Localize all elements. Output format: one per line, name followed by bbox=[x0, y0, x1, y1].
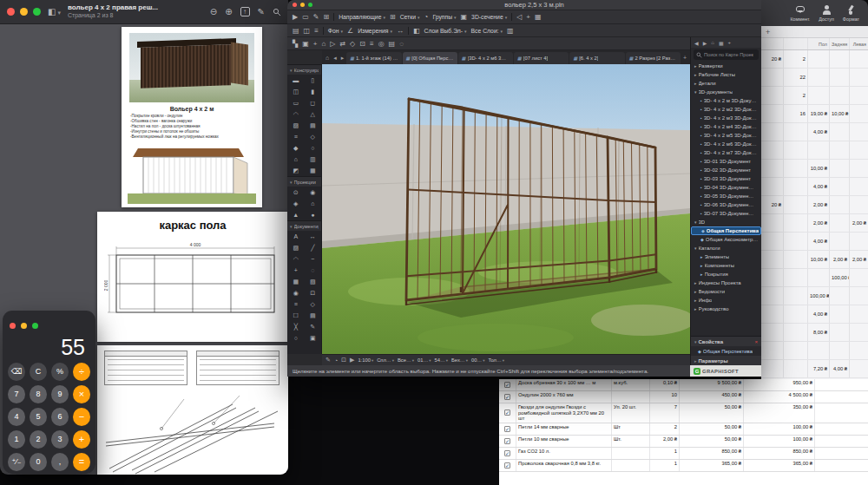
cell[interactable] bbox=[850, 196, 868, 213]
view-tab[interactable]: ▦ [0] Общая Персп… bbox=[403, 52, 457, 64]
calculator-key[interactable]: 5 bbox=[30, 408, 47, 426]
view-tab[interactable]: ▦ 2 Разрез [2 Разрез] bbox=[626, 52, 681, 64]
quick-option-dropdown[interactable]: Все… bbox=[398, 357, 414, 363]
tool-icon[interactable]: ⌂ bbox=[305, 198, 322, 209]
cell[interactable]: 2,00 ₴ bbox=[850, 214, 868, 232]
tool-icon[interactable]: ✎ bbox=[305, 321, 322, 332]
cell[interactable] bbox=[808, 50, 830, 68]
material-total[interactable]: 950,00 ₴ bbox=[744, 379, 815, 390]
nav-back-icon[interactable]: ◀ bbox=[694, 40, 699, 46]
material-row[interactable]: ✓ Доска обрезная 30 х 100 мм … м м.куб. … bbox=[499, 379, 868, 391]
material-price[interactable]: 50,00 ₴ bbox=[680, 403, 744, 423]
cell[interactable]: 100,00 ₴ bbox=[830, 269, 850, 286]
calculator-key[interactable]: % bbox=[51, 363, 69, 381]
tool-icon[interactable]: ◈ bbox=[287, 198, 305, 209]
toolbar-item[interactable] bbox=[408, 27, 409, 35]
tool-icon[interactable]: ▨ bbox=[287, 242, 305, 253]
navigator-item[interactable]: ▾ Каталоги bbox=[691, 244, 761, 252]
cell[interactable]: 4,00 ₴ bbox=[808, 123, 830, 141]
tool-icon[interactable]: ◩ bbox=[287, 165, 305, 176]
cell[interactable] bbox=[850, 160, 868, 177]
checkbox[interactable]: ✓ bbox=[499, 460, 516, 471]
cell[interactable] bbox=[761, 287, 784, 305]
cell[interactable] bbox=[784, 178, 808, 195]
toolbox-section-document[interactable]: ▾Документиро bbox=[287, 220, 321, 231]
calculator-key[interactable]: × bbox=[73, 385, 90, 403]
close-button[interactable] bbox=[7, 8, 15, 16]
navigator-search[interactable]: Поиск по Карте Проек bbox=[694, 49, 759, 60]
navigator-item[interactable]: ▪ 3D- 4 х 2 м5 3D-Док… bbox=[691, 131, 761, 140]
toolbar-icon[interactable]: ▤ bbox=[389, 40, 396, 48]
checkbox[interactable]: ✓ bbox=[499, 448, 516, 459]
navigator-item[interactable]: ▸ Руководство bbox=[691, 305, 761, 313]
tool-icon[interactable]: ○ bbox=[305, 142, 322, 154]
material-price[interactable]: 365,00 ₴ bbox=[680, 460, 744, 471]
cell[interactable] bbox=[784, 214, 808, 232]
toolbar-icon[interactable]: + bbox=[313, 40, 318, 48]
toolbar-item[interactable]: ▭ bbox=[302, 13, 309, 21]
toolbar-icon[interactable]: ▷ bbox=[330, 40, 335, 48]
quick-option-dropdown[interactable]: 1:100 bbox=[358, 357, 373, 363]
material-name[interactable]: Проволока сварочная 0,8 мм 3,8 кг. bbox=[516, 460, 612, 471]
toolbar-item[interactable]: Измерения bbox=[358, 28, 392, 34]
cell[interactable] bbox=[784, 196, 808, 213]
toolbar-item[interactable]: ≡ bbox=[314, 27, 319, 35]
tool-icon[interactable]: ◆ bbox=[287, 142, 305, 154]
tool-icon[interactable]: ≡ bbox=[287, 131, 305, 142]
cell[interactable] bbox=[850, 141, 868, 159]
calculator-key[interactable]: 0 bbox=[30, 453, 47, 471]
tool-icon[interactable]: ◫ bbox=[287, 86, 305, 97]
cell[interactable]: 4,00 ₴ bbox=[808, 305, 830, 323]
comment-button[interactable]: Коммент. bbox=[790, 5, 810, 22]
cell[interactable] bbox=[784, 305, 808, 323]
cell[interactable] bbox=[784, 287, 808, 305]
toolbar-icon[interactable]: ⌂ bbox=[321, 40, 326, 48]
cell[interactable] bbox=[808, 87, 830, 104]
cell[interactable] bbox=[830, 160, 850, 177]
nav-forward-icon[interactable]: ▶ bbox=[703, 40, 707, 46]
material-row[interactable]: ✓ Проволока сварочная 0,8 мм 3,8 кг. 1 3… bbox=[499, 460, 868, 472]
tool-icon[interactable]: ◻ bbox=[305, 97, 322, 108]
cell[interactable]: 2 bbox=[784, 87, 808, 104]
toolbar-icon[interactable]: ⊡ bbox=[359, 40, 365, 48]
tool-icon[interactable]: ▤ bbox=[305, 120, 322, 131]
calculator-key[interactable]: 7 bbox=[8, 385, 25, 403]
material-unit[interactable] bbox=[612, 391, 650, 403]
cell[interactable] bbox=[784, 251, 808, 268]
material-name[interactable]: Гвозди для ондулин Гвозди с ромбовидной … bbox=[516, 403, 612, 423]
cell[interactable]: 2,00 ₴ bbox=[830, 251, 850, 268]
sheet-tab-bar[interactable]: + bbox=[761, 26, 868, 38]
cell[interactable]: 8,00 ₴ bbox=[808, 324, 830, 341]
material-unit[interactable] bbox=[612, 448, 650, 459]
toolbar-item[interactable]: ▶ bbox=[293, 13, 298, 21]
tool-icon[interactable]: ● bbox=[305, 209, 322, 220]
parameters-header[interactable]: ▸Параметры bbox=[691, 356, 761, 365]
cell[interactable] bbox=[784, 123, 808, 141]
calculator-key[interactable]: 1 bbox=[8, 430, 25, 449]
search-icon[interactable] bbox=[273, 8, 281, 16]
cell[interactable] bbox=[850, 342, 868, 359]
minimize-button[interactable] bbox=[300, 3, 305, 7]
material-row[interactable]: ✓ Петли 14 мм сварные Шт 2 50,00 ₴ 100,0… bbox=[499, 423, 868, 436]
material-price[interactable]: 50,00 ₴ bbox=[680, 436, 744, 447]
navigator-item[interactable]: ▾ 3D-документы bbox=[691, 88, 761, 96]
navigator-item[interactable]: ▪ 3D- 4 х 2 м2 3D-Док… bbox=[691, 105, 761, 114]
calculator-key[interactable]: , bbox=[51, 453, 69, 471]
tool-icon[interactable]: ▦ bbox=[305, 165, 322, 176]
view-tab[interactable]: ▦ 1. 1-й этаж (14) [1… bbox=[346, 52, 401, 64]
material-name[interactable]: Доска обрезная 30 х 100 мм … м bbox=[516, 379, 612, 390]
tool-icon[interactable]: ◇ bbox=[305, 298, 322, 310]
table-row[interactable]: 100,00 ₴ bbox=[761, 269, 868, 287]
material-unit[interactable]: м.куб. bbox=[612, 379, 650, 390]
toolbar-item[interactable]: ◁ bbox=[516, 13, 522, 21]
tool-icon[interactable]: ≡ bbox=[287, 298, 305, 310]
new-tab-icon[interactable]: + bbox=[681, 52, 688, 64]
cell[interactable] bbox=[850, 105, 868, 122]
table-row[interactable]: 4,00 ₴ bbox=[761, 123, 868, 141]
minimize-button[interactable] bbox=[20, 8, 28, 16]
material-total[interactable]: 365,00 ₴ bbox=[744, 460, 815, 471]
material-unit[interactable] bbox=[612, 460, 650, 471]
cell[interactable]: 20 ₴ bbox=[761, 196, 784, 213]
toolbar-item[interactable]: ✎ bbox=[313, 13, 319, 21]
tool-icon[interactable]: ◉ bbox=[305, 187, 322, 198]
